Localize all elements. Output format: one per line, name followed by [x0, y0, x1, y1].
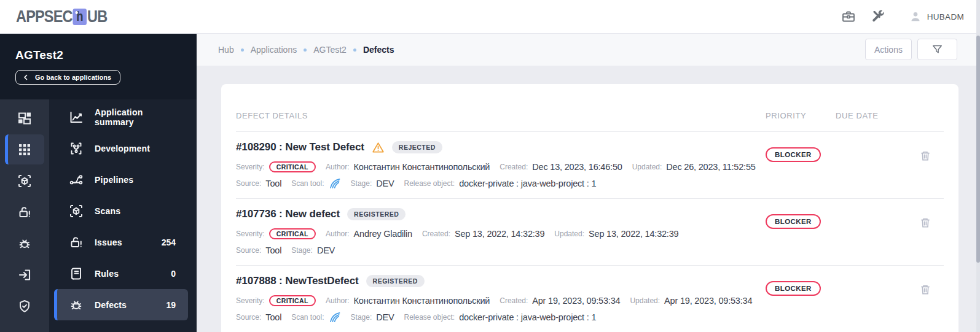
author-value: Константин Константинопольский [354, 296, 490, 306]
severity-label: Severity: [236, 163, 265, 171]
status-badge: REGISTERED [366, 275, 425, 287]
defect-row: #107736 : New defect REGISTERED Severity… [236, 199, 944, 266]
briefcase-icon[interactable] [841, 9, 856, 24]
breadcrumb: Hub Applications AGTest2 Defects [218, 34, 394, 66]
breadcrumb-bar: Hub Applications AGTest2 Defects [197, 34, 980, 66]
chart-line-icon [69, 110, 84, 125]
author-value: Константин Константинопольский [354, 162, 490, 172]
defects-card: DEFECT DETAILS PRIORITY DUE DATE #108290… [221, 84, 958, 332]
source-label: Source: [236, 179, 261, 188]
cube-scan-icon [17, 174, 32, 188]
breadcrumb-hub[interactable]: Hub [218, 45, 234, 55]
severity-label: Severity: [236, 296, 265, 305]
source-label: Source: [236, 313, 261, 322]
scan-tool-label: Scan tool: [291, 179, 324, 188]
menu-application-summary[interactable]: Application summary [49, 101, 197, 133]
scrollbar-thumb[interactable] [976, 36, 980, 263]
defect-row: #108290 : New Test Defect REJECTED Sever… [236, 132, 944, 199]
user-name: HUBADM [927, 12, 964, 21]
col-due-date: DUE DATE [829, 111, 919, 120]
appsechub-logo: APPSEC h UB [16, 7, 107, 26]
author-label: Author: [326, 296, 350, 305]
author-label: Author: [326, 163, 350, 171]
rail-dashboard[interactable] [0, 102, 49, 134]
created-label: Created: [500, 296, 528, 305]
stage-label: Stage: [351, 313, 372, 322]
menu-defects[interactable]: Defects 19 [49, 289, 197, 320]
exit-icon [17, 268, 32, 282]
updated-value: Apr 19, 2023, 09:53:34 [664, 296, 752, 306]
bug-icon [17, 236, 32, 251]
created-label: Created: [422, 230, 450, 238]
stage-value: DEV [376, 179, 394, 188]
source-value: Tool [265, 179, 281, 188]
trash-icon[interactable] [919, 283, 931, 296]
actions-button[interactable]: Actions [865, 39, 912, 60]
source-label: Source: [236, 246, 261, 255]
trash-icon[interactable] [919, 149, 931, 163]
priority-badge: BLOCKER [766, 214, 821, 229]
rail-issues[interactable] [0, 196, 49, 228]
rules-count: 0 [171, 269, 176, 279]
go-back-button[interactable]: Go back to applications [15, 70, 120, 85]
col-defect-details: DEFECT DETAILS [236, 111, 759, 120]
defect-title[interactable]: #107888 : NewTestDefect [236, 275, 359, 287]
severity-badge: CRITICAL [269, 161, 316, 172]
rail-applications[interactable] [0, 134, 49, 165]
top-header: APPSEC h UB HUBADM [0, 0, 980, 34]
table-header: DEFECT DETAILS PRIORITY DUE DATE [236, 84, 944, 132]
dev-branch-icon [69, 141, 84, 156]
sidebar-header: AGTest2 Go back to applications [0, 34, 197, 99]
trash-icon[interactable] [919, 216, 931, 230]
menu-development[interactable]: Development [49, 133, 197, 164]
source-value: Tool [265, 245, 281, 255]
status-badge: REJECTED [392, 141, 442, 153]
release-label: Release object: [404, 179, 455, 188]
status-badge: REGISTERED [347, 208, 406, 220]
menu-rules[interactable]: Rules 0 [49, 258, 197, 289]
menu-issues[interactable]: Issues 254 [49, 226, 197, 258]
release-label: Release object: [404, 313, 455, 322]
lock-alert-icon [17, 205, 32, 220]
filter-button[interactable] [917, 39, 957, 60]
logo-text-pre: APPSEC [16, 7, 73, 26]
priority-badge: BLOCKER [766, 281, 821, 296]
menu-pipelines[interactable]: Pipelines [49, 164, 197, 195]
dashboard-icon [17, 111, 32, 126]
sidebar-icon-rail [0, 99, 49, 332]
stage-label: Stage: [291, 246, 313, 255]
rail-defects[interactable] [0, 228, 49, 259]
page-scrollbar[interactable] [976, 0, 980, 332]
warning-icon [372, 141, 385, 154]
menu-scans[interactable]: Scans [49, 195, 197, 226]
release-value: docker-private : java-web-project : 1 [459, 312, 596, 322]
author-value: Andrey Gladilin [354, 229, 412, 239]
severity-badge: CRITICAL [269, 295, 316, 306]
shield-check-icon [17, 299, 32, 314]
stage-label: Stage: [351, 179, 372, 188]
lock-alert-icon [69, 235, 84, 250]
breadcrumb-dot [353, 48, 356, 52]
user-menu[interactable]: HUBADM [909, 10, 964, 23]
stage-value: DEV [376, 312, 394, 322]
defect-title[interactable]: #107736 : New defect [236, 208, 340, 220]
pipeline-fork-icon [69, 172, 84, 187]
updated-value: Sep 13, 2022, 14:32:39 [589, 229, 678, 239]
tools-icon[interactable] [871, 9, 885, 24]
rail-scans[interactable] [0, 165, 49, 196]
rail-exit[interactable] [0, 259, 49, 290]
breadcrumb-dot [241, 48, 244, 52]
rail-security[interactable] [0, 290, 49, 322]
updated-label: Updated: [630, 296, 660, 305]
breadcrumb-agtest2[interactable]: AGTest2 [313, 45, 347, 55]
logo-h-icon: h [73, 9, 87, 25]
logo-text-post: UB [87, 7, 107, 26]
updated-label: Updated: [554, 230, 584, 238]
chevron-left-icon [22, 74, 29, 81]
breadcrumb-applications[interactable]: Applications [251, 45, 297, 55]
col-priority: PRIORITY [759, 111, 829, 120]
defect-title[interactable]: #108290 : New Test Defect [236, 141, 364, 153]
logo-dot [76, 11, 78, 14]
severity-badge: CRITICAL [269, 228, 316, 239]
bug-icon [69, 298, 84, 312]
